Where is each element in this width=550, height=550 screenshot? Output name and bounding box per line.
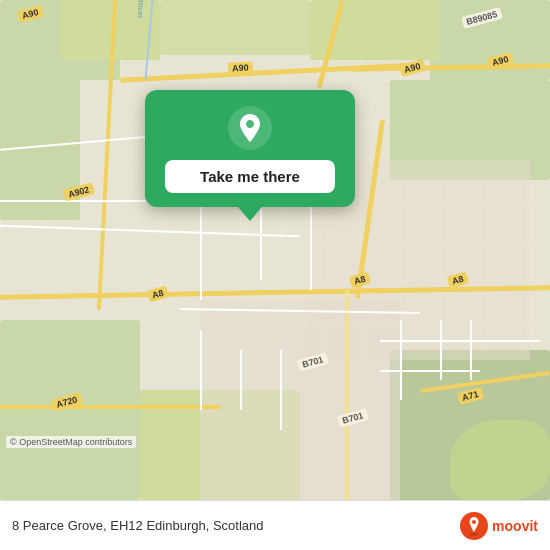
- local-road-v7: [400, 320, 402, 400]
- road-a720-h: [0, 405, 220, 409]
- local-road-v1: [200, 330, 202, 410]
- moovit-icon: [460, 512, 488, 540]
- map-attribution: © OpenStreetMap contributors: [6, 436, 136, 448]
- moovit-text: moovit: [492, 518, 538, 534]
- label-a90-2: A90: [228, 61, 253, 74]
- location-pin-icon: [228, 106, 272, 150]
- svg-point-2: [470, 532, 478, 535]
- take-me-there-button[interactable]: Take me there: [165, 160, 335, 193]
- local-road-h6: [380, 340, 540, 342]
- green-area-moovit: [450, 420, 550, 500]
- bottom-bar: 8 Pearce Grove, EH12 Edinburgh, Scotland…: [0, 500, 550, 550]
- local-road-v9: [470, 320, 472, 380]
- local-road-h5: [380, 370, 480, 372]
- urban-area-bottom: [200, 300, 400, 500]
- local-road-v3: [280, 350, 282, 430]
- map-container: River A90 A90 A90 A90 B89085 A902 A8 A8 …: [0, 0, 550, 500]
- green-area-bottomleft: [0, 320, 140, 500]
- river-label: River: [136, 0, 145, 19]
- local-road-v8: [440, 320, 442, 380]
- address-text: 8 Pearce Grove, EH12 Edinburgh, Scotland: [12, 518, 263, 533]
- road-b701-v: [345, 290, 349, 500]
- popup-card: Take me there: [145, 90, 355, 207]
- green-area-topmid: [160, 0, 310, 55]
- local-road-v2: [240, 350, 242, 410]
- moovit-logo: moovit: [460, 512, 538, 540]
